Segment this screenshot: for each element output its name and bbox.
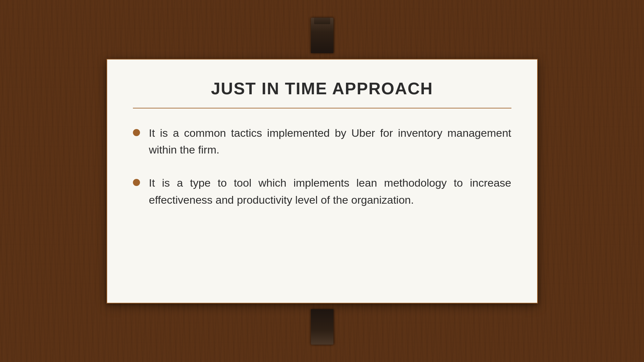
pin-top <box>311 18 333 53</box>
slide-card: JUST IN TIME APPROACH It is a common tac… <box>107 59 538 303</box>
slide-container: JUST IN TIME APPROACH It is a common tac… <box>103 23 541 339</box>
pin-bottom <box>311 309 333 345</box>
bullet-list: It is a common tactics implemented by Ub… <box>133 125 511 209</box>
bullet-item-2: It is a type to tool which implements le… <box>133 174 511 208</box>
bullet-dot-2 <box>133 179 140 186</box>
bullet-text-1: It is a common tactics implemented by Ub… <box>149 125 511 158</box>
divider <box>133 108 511 108</box>
bullet-item-1: It is a common tactics implemented by Ub… <box>133 125 511 158</box>
bullet-dot-1 <box>133 129 140 136</box>
bullet-text-2: It is a type to tool which implements le… <box>149 174 511 208</box>
slide-title: JUST IN TIME APPROACH <box>133 79 511 98</box>
